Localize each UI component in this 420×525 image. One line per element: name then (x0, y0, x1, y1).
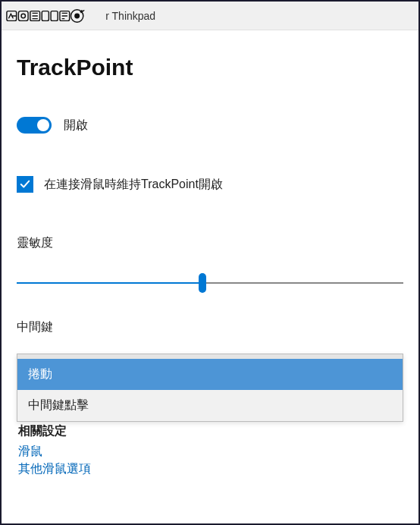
mobile01-logo-icon (6, 8, 102, 24)
link-mouse[interactable]: 滑鼠 (18, 444, 403, 460)
dropdown-option-click[interactable]: 中間鍵點擊 (17, 390, 403, 421)
enable-toggle-row: 開啟 (17, 117, 403, 134)
link-other-mouse-options[interactable]: 其他滑鼠選項 (18, 461, 403, 477)
keep-on-mouse-row: 在連接滑鼠時維持TrackPoint開啟 (17, 176, 403, 193)
svg-rect-5 (51, 11, 58, 20)
page-title: TrackPoint (17, 55, 403, 80)
window-title-suffix: r Thinkpad (105, 10, 155, 22)
svg-rect-1 (18, 11, 28, 20)
header-bar: r Thinkpad (2, 2, 418, 30)
logo-watermark (6, 2, 102, 30)
enable-toggle[interactable] (17, 117, 52, 134)
toggle-knob (37, 119, 49, 131)
svg-point-2 (21, 14, 25, 17)
svg-rect-4 (42, 11, 49, 20)
keep-on-mouse-checkbox[interactable] (17, 176, 33, 193)
related-settings-heading: 相關設定 (17, 423, 403, 439)
content-area: TrackPoint 開啟 在連接滑鼠時維持TrackPoint開啟 靈敏度 中… (2, 30, 418, 477)
keep-on-mouse-label: 在連接滑鼠時維持TrackPoint開啟 (44, 177, 223, 193)
sensitivity-slider[interactable] (17, 274, 403, 292)
middle-button-dropdown[interactable]: 捲動 中間鍵點擊 (17, 354, 403, 422)
svg-point-8 (75, 14, 79, 17)
slider-fill (17, 282, 202, 284)
related-links: 滑鼠 其他滑鼠選項 (17, 444, 403, 477)
checkmark-icon (20, 179, 30, 190)
sensitivity-label: 靈敏度 (17, 235, 403, 251)
dropdown-option-scroll[interactable]: 捲動 (17, 359, 403, 390)
middle-button-label: 中間鍵 (17, 319, 403, 335)
enable-toggle-label: 開啟 (64, 118, 88, 134)
slider-thumb[interactable] (199, 273, 206, 293)
